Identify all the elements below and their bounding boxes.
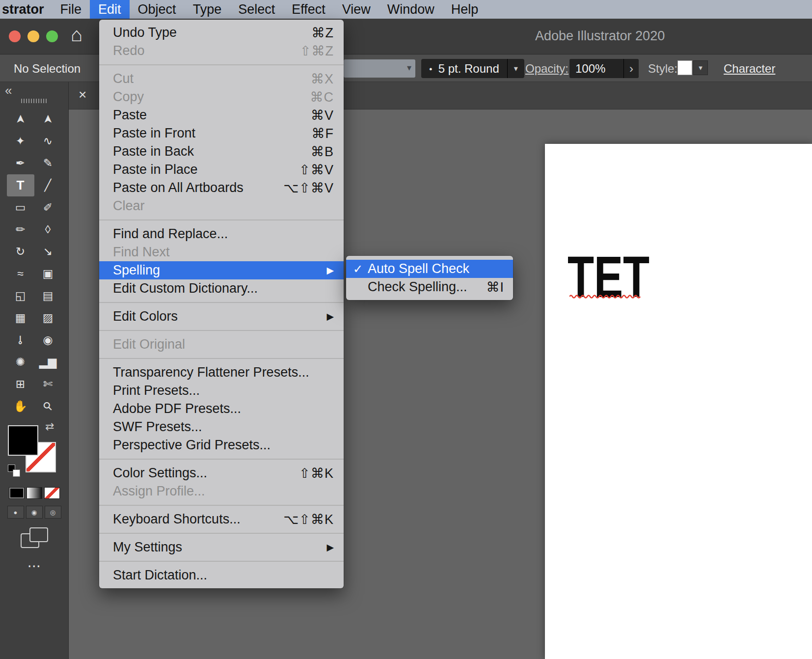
fill-color-swatch[interactable]	[8, 425, 38, 456]
swap-fill-stroke-icon[interactable]: ⇄	[45, 420, 54, 433]
menu-item-undo-type[interactable]: Undo Type ⌘Z	[99, 24, 344, 42]
menu-separator	[99, 220, 344, 220]
edit-toolbar-button[interactable]: ⋯	[0, 558, 68, 574]
none-button[interactable]	[44, 487, 60, 499]
menu-item-redo: Redo ⇧⌘Z	[99, 42, 344, 60]
brush-definition-control[interactable]: ● 5 pt. Round ▾	[421, 59, 524, 78]
close-window-button[interactable]	[9, 30, 21, 42]
opacity-input[interactable]: 100%	[569, 59, 623, 78]
default-fill-stroke-button[interactable]	[8, 465, 23, 479]
mesh-tool[interactable]: ▦	[7, 307, 34, 329]
menubar-item-select[interactable]: Select	[230, 0, 283, 19]
rotate-tool[interactable]: ↻	[7, 241, 34, 263]
change-screen-mode-button[interactable]	[21, 527, 48, 548]
direct-selection-tool[interactable]: ➤	[34, 108, 62, 130]
style-swatch[interactable]	[677, 60, 692, 75]
draw-normal-button[interactable]: ●	[7, 506, 24, 519]
menu-item-edit-custom-dictionary[interactable]: Edit Custom Dictionary...	[99, 279, 344, 298]
blend-tool[interactable]: ◉	[34, 329, 62, 351]
menu-item-spelling[interactable]: Spelling ▶	[99, 261, 344, 279]
artboard-tool[interactable]: ⊞	[7, 373, 34, 395]
width-tool[interactable]: ≈	[7, 263, 34, 285]
submenu-item-auto-spell-check[interactable]: ✓ Auto Spell Check	[346, 260, 513, 278]
panel-drag-handle[interactable]	[21, 99, 48, 103]
shaper-tool[interactable]: ✏	[7, 219, 34, 241]
menu-item-transparency-flattener-presets[interactable]: Transparency Flattener Presets...	[99, 363, 344, 382]
opacity-dropdown-button[interactable]: ›	[623, 59, 639, 78]
paintbrush-tool[interactable]: ✐	[34, 196, 62, 219]
color-button[interactable]	[9, 487, 25, 499]
eyedropper-tool[interactable]: ⊸	[7, 329, 34, 351]
menu-separator	[99, 459, 344, 460]
rectangle-tool[interactable]: ▭	[7, 196, 34, 219]
menubar-item-effect[interactable]: Effect	[283, 0, 334, 19]
selection-tool[interactable]: ➤	[7, 108, 34, 130]
perspective-grid-tool-icon: ▤	[43, 289, 54, 302]
brush-dropdown-button[interactable]: ▾	[507, 59, 524, 78]
collapse-panel-icon[interactable]: «	[5, 83, 12, 98]
menubar-item-edit[interactable]: Edit	[90, 0, 130, 19]
menu-item-swf-presets[interactable]: SWF Presets...	[99, 418, 344, 436]
minimize-window-button[interactable]	[27, 30, 39, 42]
menu-item-find-and-replace[interactable]: Find and Replace...	[99, 225, 344, 243]
menu-item-paste[interactable]: Paste ⌘V	[99, 106, 344, 124]
menu-item-color-settings[interactable]: Color Settings... ⇧⌘K	[99, 464, 344, 482]
menu-item-print-presets[interactable]: Print Presets...	[99, 382, 344, 400]
column-graph-tool-icon: ▂▆	[39, 356, 56, 369]
blend-tool-icon: ◉	[43, 333, 53, 347]
menu-item-paste-in-place[interactable]: Paste in Place ⇧⌘V	[99, 161, 344, 179]
lasso-tool[interactable]: ∿	[34, 130, 62, 152]
scale-tool[interactable]: ↘	[34, 241, 62, 263]
free-transform-tool[interactable]: ▣	[34, 263, 62, 285]
menu-item-label: Edit Original	[113, 337, 185, 352]
menu-item-perspective-grid-presets[interactable]: Perspective Grid Presets...	[99, 436, 344, 454]
symbol-sprayer-tool[interactable]: ✺	[7, 351, 34, 373]
symbol-sprayer-tool-icon: ✺	[16, 356, 25, 369]
type-tool[interactable]: T	[7, 174, 34, 196]
draw-inside-button[interactable]: ◎	[45, 506, 61, 519]
menubar-item-file[interactable]: File	[52, 0, 90, 19]
menu-item-paste-in-front[interactable]: Paste in Front ⌘F	[99, 124, 344, 142]
window-title: Adobe Illustrator 2020	[535, 28, 665, 44]
style-dropdown-button[interactable]: ▾	[693, 60, 708, 75]
menu-item-start-dictation[interactable]: Start Dictation...	[99, 566, 344, 584]
menu-item-adobe-pdf-presets[interactable]: Adobe PDF Presets...	[99, 400, 344, 418]
shape-builder-tool[interactable]: ◱	[7, 285, 34, 307]
artboard[interactable]	[545, 144, 812, 659]
menubar-item-help[interactable]: Help	[443, 0, 487, 19]
curvature-tool[interactable]: ✎	[34, 152, 62, 174]
menu-item-my-settings[interactable]: My Settings ▶	[99, 538, 344, 556]
menu-item-paste-in-back[interactable]: Paste in Back ⌘B	[99, 142, 344, 161]
lasso-tool-icon: ∿	[43, 135, 53, 148]
menubar-item-type[interactable]: Type	[185, 0, 230, 19]
magic-wand-tool[interactable]: ✦	[7, 130, 34, 152]
line-segment-tool[interactable]: ╱	[34, 174, 62, 196]
home-icon[interactable]: ⌂	[71, 24, 82, 46]
pen-tool[interactable]: ✒	[7, 152, 34, 174]
menu-item-paste-on-all-artboards[interactable]: Paste on All Artboards ⌥⇧⌘V	[99, 179, 344, 197]
stroke-weight-dropdown[interactable]: ▾	[344, 59, 415, 78]
menu-item-label: Keyboard Shortcuts...	[113, 512, 241, 527]
column-graph-tool[interactable]: ▂▆	[34, 351, 62, 373]
gradient-button[interactable]	[27, 487, 42, 499]
menu-item-edit-colors[interactable]: Edit Colors ▶	[99, 307, 344, 326]
opacity-value: 100%	[575, 62, 605, 76]
perspective-grid-tool[interactable]: ▤	[34, 285, 62, 307]
menubar-item-window[interactable]: Window	[379, 0, 443, 19]
menu-item-keyboard-shortcuts[interactable]: Keyboard Shortcuts... ⌥⇧⌘K	[99, 510, 344, 528]
submenu-item-check-spelling[interactable]: Check Spelling... ⌘I	[346, 278, 513, 296]
menubar-item-view[interactable]: View	[334, 0, 379, 19]
draw-behind-button[interactable]: ◉	[26, 506, 43, 519]
slice-tool[interactable]: ✄	[34, 373, 62, 395]
menubar-item-object[interactable]: Object	[130, 0, 185, 19]
close-tab-icon[interactable]: ×	[79, 87, 86, 103]
character-link[interactable]: Character	[724, 62, 775, 76]
opacity-link[interactable]: Opacity:	[525, 62, 568, 76]
zoom-window-button[interactable]	[46, 30, 58, 42]
brush-preset[interactable]: ● 5 pt. Round	[421, 59, 507, 78]
chevron-right-icon: ›	[629, 62, 633, 76]
eraser-tool[interactable]: ◊	[34, 219, 62, 241]
hand-tool[interactable]: ✋	[7, 395, 34, 417]
gradient-tool[interactable]: ▨	[34, 307, 62, 329]
zoom-tool[interactable]: ⚲	[34, 395, 62, 417]
